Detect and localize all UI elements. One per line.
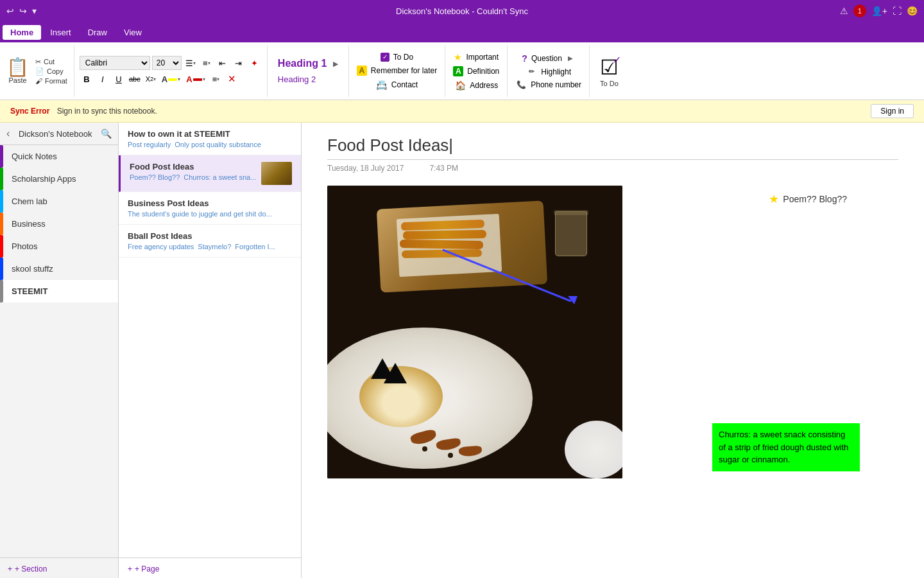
section-item-quick-notes[interactable]: Quick Notes	[0, 145, 118, 168]
add-page-button[interactable]: + + Page	[119, 557, 301, 578]
paste-group: 📋 Paste ✂ Cut 📄 Copy 🖌 Format	[0, 45, 74, 97]
heading2-button[interactable]: Heading 2	[273, 73, 343, 85]
highlight-color-button[interactable]: A ▾	[160, 73, 182, 85]
todo-group: ☑ ✓ To Do	[590, 45, 629, 97]
add-page-plus-icon: +	[128, 565, 132, 574]
app-title: Dickson's Notebook - Couldn't Sync	[396, 6, 528, 16]
tag-address-button[interactable]: 🏠 Address	[452, 79, 501, 92]
food-image	[327, 186, 622, 478]
star-annotation: ★ Poem?? Blog??	[769, 192, 847, 206]
sync-error-label: Sync Error	[10, 107, 49, 116]
section-item-steemit[interactable]: STEEMIT	[0, 280, 118, 302]
search-button[interactable]: 🔍	[101, 128, 112, 139]
font-group: Calibri 20 ☰ ▾ ≡ ▾ ⇤ ⇥ ✦ B I U abc X2 ▾ …	[74, 45, 268, 97]
tag-question-button[interactable]: ? Question ▶	[519, 52, 578, 65]
arrow-annotation	[443, 250, 635, 327]
tag-contact-button[interactable]: 📇 Contact	[373, 78, 420, 91]
content-area[interactable]: Food Post Ideas Tuesday, 18 July 2017 7:…	[302, 123, 924, 578]
font-color-button[interactable]: A ▾	[184, 73, 207, 85]
smiley-icon[interactable]: 😊	[907, 6, 918, 16]
notification-icon[interactable]: 1	[853, 4, 866, 17]
bold-button[interactable]: B	[80, 72, 94, 86]
redo-icon[interactable]: ↪	[19, 6, 27, 16]
tags-more-arrow[interactable]: ▶	[566, 55, 575, 62]
page-preview: The student's guide to juggle and get sh…	[128, 210, 292, 218]
align-button[interactable]: ≡ ▾	[209, 72, 223, 86]
numbered-list-button[interactable]: ≡ ▾	[200, 56, 214, 70]
question-icon: ?	[522, 53, 527, 64]
font-family-select[interactable]: Calibri	[80, 56, 150, 70]
paste-button[interactable]: 📋 Paste	[6, 58, 29, 84]
magic-format-button[interactable]: ✦	[248, 56, 262, 70]
copy-button[interactable]: 📄 Copy	[35, 67, 67, 76]
main-layout: ‹ Dickson's Notebook 🔍 Quick Notes Schol…	[0, 123, 924, 578]
sync-bar: Sync Error Sign in to sync this notebook…	[0, 100, 924, 123]
important-star-icon: ★	[454, 52, 462, 62]
indent-increase-button[interactable]: ⇥	[232, 56, 246, 70]
note-body: ★ Poem?? Blog?? Churros: a sweet snack c…	[327, 186, 898, 478]
clear-formatting-button[interactable]: ✕	[225, 72, 239, 86]
menu-view[interactable]: View	[116, 25, 150, 40]
todo-big-button[interactable]: ☑ ✓ To Do	[600, 55, 619, 87]
add-section-button[interactable]: + + Section	[0, 557, 118, 578]
tags-group-1: ✓ To Do A Remember for later 📇 Contact	[349, 45, 445, 97]
expand-icon[interactable]: ⛶	[893, 6, 902, 16]
warning-icon: ⚠	[840, 6, 848, 16]
format-button[interactable]: 🖌 Format	[35, 77, 67, 85]
notebook-sidebar: ‹ Dickson's Notebook 🔍 Quick Notes Schol…	[0, 123, 119, 578]
section-item-skool-stuffz[interactable]: skool stuffz	[0, 258, 118, 280]
indent-decrease-button[interactable]: ⇤	[216, 56, 230, 70]
sync-message: Sign in to sync this notebook.	[57, 107, 157, 116]
font-size-select[interactable]: 20	[152, 56, 182, 70]
definition-icon: A	[453, 66, 463, 76]
title-bar: ↩ ↪ ▾ Dickson's Notebook - Couldn't Sync…	[0, 0, 924, 22]
underline-button[interactable]: U	[112, 72, 126, 86]
tag-remember-button[interactable]: A Remember for later	[354, 64, 440, 77]
subscript-button[interactable]: X2 ▾	[144, 72, 158, 86]
tag-important-button[interactable]: ★ Important	[451, 51, 501, 64]
heading1-button[interactable]: Heading 1 ▶	[273, 57, 343, 71]
sign-in-button[interactable]: Sign in	[871, 104, 914, 118]
page-item-food-post-ideas[interactable]: Food Post Ideas Poem?? Blog?? Churros: a…	[119, 155, 301, 192]
note-datetime: Tuesday, 18 July 2017 7:43 PM	[327, 164, 898, 173]
tags-group-3: ? Question ▶ ✏ Highlight 📞 Phone number	[508, 45, 590, 97]
add-section-plus-icon: +	[8, 565, 12, 574]
pages-sidebar: How to own it at STEEMIT Post regularly …	[119, 123, 302, 578]
note-title[interactable]: Food Post Ideas	[327, 136, 898, 160]
add-user-icon[interactable]: 👤+	[871, 6, 887, 16]
todo-big-label: To Do	[600, 80, 619, 87]
quick-access-icon[interactable]: ▾	[32, 6, 37, 16]
tag-phone-button[interactable]: 📞 Phone number	[513, 79, 584, 91]
page-item-business-post-ideas[interactable]: Business Post Ideas The student's guide …	[119, 192, 301, 225]
section-item-photos[interactable]: Photos	[0, 235, 118, 258]
note-date: Tuesday, 18 July 2017	[327, 164, 404, 173]
notebook-header: ‹ Dickson's Notebook 🔍	[0, 123, 118, 145]
tag-definition-button[interactable]: A Definition	[450, 65, 502, 78]
notebook-title: Dickson's Notebook	[19, 129, 92, 139]
page-item-bball-post-ideas[interactable]: Bball Post Ideas Free agency updates Sta…	[119, 225, 301, 258]
page-item-how-to-own[interactable]: How to own it at STEEMIT Post regularly …	[119, 123, 301, 155]
italic-button[interactable]: I	[96, 72, 110, 86]
strikethrough-button[interactable]: abc	[128, 72, 142, 86]
todo-checkbox-icon: ✓	[381, 53, 389, 62]
bullet-list-button[interactable]: ☰ ▾	[184, 56, 198, 70]
ribbon: 📋 Paste ✂ Cut 📄 Copy 🖌 Format Calibri 20…	[0, 42, 924, 100]
cut-button[interactable]: ✂ Cut	[35, 58, 67, 66]
address-icon: 🏠	[454, 80, 466, 91]
page-preview: Post regularly Only post quality substan…	[128, 141, 292, 148]
remember-icon: A	[357, 66, 367, 76]
page-title: How to own it at STEEMIT	[128, 129, 292, 139]
section-item-chem-lab[interactable]: Chem lab	[0, 190, 118, 213]
section-item-scholarship-apps[interactable]: Scholarship Apps	[0, 168, 118, 190]
section-item-business[interactable]: Business	[0, 213, 118, 235]
tag-todo-button[interactable]: ✓ To Do	[378, 51, 416, 63]
undo-icon[interactable]: ↩	[6, 6, 14, 16]
back-button[interactable]: ‹	[6, 128, 10, 139]
contact-icon: 📇	[376, 80, 388, 90]
menu-home[interactable]: Home	[3, 25, 41, 40]
tag-highlight-button[interactable]: ✏ Highlight	[523, 66, 574, 78]
menu-bar: Home Insert Draw View	[0, 22, 924, 42]
page-preview: Poem?? Blog?? Churros: a sweet sna...	[130, 173, 256, 181]
menu-insert[interactable]: Insert	[42, 25, 79, 40]
menu-draw[interactable]: Draw	[80, 25, 115, 40]
